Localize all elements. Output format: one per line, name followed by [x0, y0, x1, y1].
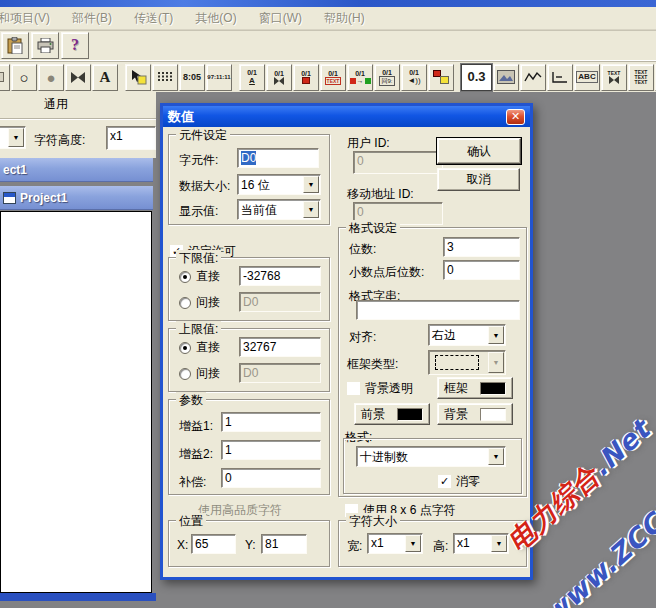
mdi-window-titlebar-2[interactable]: Project1: [0, 186, 153, 210]
word-lamp-tool-button[interactable]: 0/1回9:: [374, 64, 400, 91]
clipboard-icon: [7, 37, 23, 54]
clock-tool-button[interactable]: 8:05: [179, 64, 205, 91]
trend-graph-tool-button[interactable]: [520, 64, 546, 91]
touch-tool-button[interactable]: [125, 64, 151, 91]
position-group: 位置 X: 65 Y: 81: [168, 520, 330, 567]
switch-valve-tool-button[interactable]: 0/1: [266, 64, 292, 91]
numeric-icon: 0.3: [467, 70, 485, 84]
tab-general[interactable]: 通用: [44, 96, 68, 113]
help-button[interactable]: ?: [61, 32, 89, 59]
word-device-input[interactable]: D0: [237, 148, 319, 168]
align-select[interactable]: 右边 ▼: [428, 324, 506, 346]
gain2-input[interactable]: 1: [221, 440, 321, 460]
frame-color-button[interactable]: 框架: [437, 377, 513, 399]
display-value-select[interactable]: 当前值 ▼: [237, 199, 321, 220]
frame-type-label: 框架类型:: [347, 356, 398, 373]
image-tool-button[interactable]: [493, 64, 519, 91]
menu-item-window[interactable]: 窗口(W): [248, 8, 313, 29]
data-size-label: 数据大小:: [179, 178, 230, 195]
format-settings-group: 格式设定 位数: 3 小数点后位数: 0 格式字串: 对齐: 右边 ▼ 框架类型…: [338, 227, 527, 497]
dialog-titlebar[interactable]: 数值 ✕: [163, 106, 530, 127]
lower-limit-group: 下限值: 直接 -32768 间接 D0: [168, 257, 330, 321]
app-titlebar-strip[interactable]: [0, 0, 656, 7]
menu-item-help[interactable]: 帮助(H): [313, 8, 376, 29]
alarm-text-tool-button[interactable]: ABC: [574, 64, 600, 91]
text-tool-button[interactable]: A: [92, 64, 118, 91]
upper-direct-radio[interactable]: 直接: [179, 339, 220, 356]
date-tool-button[interactable]: 97:11:11: [206, 64, 232, 91]
checkbox-icon: [347, 382, 360, 395]
valve-text-tool-button[interactable]: TEXT: [601, 64, 627, 91]
chevron-down-icon[interactable]: ▼: [488, 326, 504, 344]
offset-input[interactable]: 0: [221, 468, 321, 488]
circle-tool-button[interactable]: ○: [11, 64, 37, 91]
lower-indirect-radio[interactable]: 间接: [179, 294, 220, 311]
buzzer-tool-button[interactable]: 0/1◄)): [401, 64, 427, 91]
cancel-button[interactable]: 取消: [437, 168, 520, 191]
chevron-down-icon[interactable]: ▼: [303, 176, 319, 193]
mdi-window-title-2: Project1: [20, 191, 67, 205]
chevron-down-icon[interactable]: ▼: [405, 535, 421, 552]
digits-input[interactable]: 3: [443, 237, 520, 257]
ok-button[interactable]: 确认: [437, 138, 521, 164]
pos-y-input[interactable]: 81: [261, 534, 307, 554]
menu-item-view-project[interactable]: 和项目(V): [0, 8, 61, 29]
upper-indirect-radio[interactable]: 间接: [179, 365, 220, 382]
chevron-down-icon: ▼: [488, 352, 504, 373]
left-properties-panel: 通用 ▼ 字符高度: x1: [0, 92, 156, 158]
paste-button[interactable]: [1, 32, 29, 59]
foreground-color-button[interactable]: 前景: [354, 403, 430, 425]
switch-text-label-tool-button[interactable]: 0/1TEXT: [320, 64, 346, 91]
lower-direct-input[interactable]: -32768: [239, 266, 321, 286]
parts-toolbar: ○ ● A 8:05 97:11:11 0/1A 0/1 0/1 0/1TEXT…: [0, 61, 656, 92]
close-button[interactable]: ✕: [506, 109, 525, 125]
small-valve-icon: [273, 77, 285, 85]
char-size-group: 字符大小 宽: x1 ▼ 高: x1 ▼: [338, 520, 527, 567]
pos-x-input[interactable]: 65: [191, 534, 236, 554]
decimals-label: 小数点后位数:: [349, 264, 424, 281]
abc-icon: ABC: [576, 71, 597, 83]
radio-off-icon: [179, 297, 191, 309]
char-height-input[interactable]: x1: [106, 126, 156, 150]
switch-text-a-tool-button[interactable]: 0/1A: [239, 64, 265, 91]
chevron-down-icon[interactable]: ▼: [8, 128, 24, 147]
numeric-display-tool-button[interactable]: 0.3: [461, 64, 492, 91]
switch-change-tool-button[interactable]: 0/1→: [347, 64, 373, 91]
char-width-label: 宽:: [347, 538, 362, 555]
format-type-select[interactable]: 十进制数 ▼: [356, 446, 506, 467]
gain1-input[interactable]: 1: [221, 412, 321, 432]
chevron-down-icon[interactable]: ▼: [303, 201, 319, 218]
left-combo-cut[interactable]: ▼: [0, 126, 26, 149]
bg-transparent-checkbox[interactable]: 背景透明: [347, 380, 413, 397]
rectangle-tool-button[interactable]: [0, 64, 10, 91]
bar-meter-tool-button[interactable]: [547, 64, 573, 91]
switch-lamp-tool-button[interactable]: 0/1: [293, 64, 319, 91]
chevron-down-icon[interactable]: ▼: [488, 448, 504, 465]
lamp-matrix-tool-button[interactable]: [152, 64, 178, 91]
drawing-canvas[interactable]: [0, 211, 152, 593]
menu-item-transfer[interactable]: 传送(T): [123, 8, 184, 29]
print-button[interactable]: [31, 32, 59, 59]
lower-indirect-input: D0: [239, 292, 321, 312]
cursor-note-icon: [130, 69, 147, 85]
format-string-input[interactable]: [356, 300, 520, 320]
char-height-select[interactable]: x1 ▼: [453, 533, 509, 554]
decimals-input[interactable]: 0: [443, 260, 520, 280]
mdi-window-titlebar-1[interactable]: ect1: [0, 158, 153, 182]
lower-direct-radio[interactable]: 直接: [179, 268, 220, 285]
data-size-select[interactable]: 16 位 ▼: [237, 174, 321, 195]
text-list-tool-button[interactable]: TEXTTEXTTEXT: [628, 64, 654, 91]
speaker-icon: ◄)): [407, 76, 420, 85]
char-height-label: 字符高度:: [34, 132, 85, 149]
filled-circle-tool-button[interactable]: ●: [38, 64, 64, 91]
menu-item-other[interactable]: 其他(O): [184, 8, 247, 29]
color-boxes-tool-button[interactable]: [428, 64, 454, 91]
valve-icon: [69, 71, 87, 84]
background-color-button[interactable]: 背景: [437, 403, 513, 425]
format-subgroup: 十进制数 ▼ ✓ 消零: [343, 438, 522, 494]
upper-direct-input[interactable]: 32767: [239, 337, 321, 357]
valve-tool-button[interactable]: [65, 64, 91, 91]
zero-suppress-checkbox[interactable]: ✓ 消零: [438, 473, 480, 490]
menu-item-parts[interactable]: 部件(B): [61, 8, 123, 29]
char-width-select[interactable]: x1 ▼: [367, 533, 423, 554]
